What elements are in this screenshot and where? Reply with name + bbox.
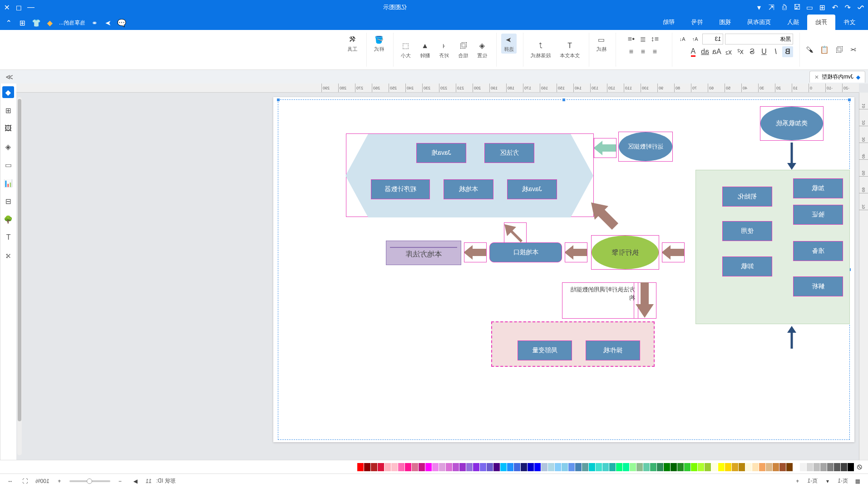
swatch[interactable] bbox=[657, 463, 663, 471]
sel-handle-n[interactable] bbox=[562, 98, 566, 102]
redo-icon[interactable]: ↷ bbox=[832, 4, 839, 11]
side-image-icon[interactable]: 🖼 bbox=[3, 123, 15, 134]
zoom-knob[interactable] bbox=[87, 478, 92, 484]
add-page-icon[interactable]: + bbox=[792, 476, 803, 487]
swatch[interactable] bbox=[453, 463, 459, 471]
swatch[interactable] bbox=[378, 463, 384, 471]
swatch[interactable] bbox=[793, 463, 799, 471]
swatch[interactable] bbox=[405, 463, 411, 471]
side-page-icon[interactable]: ▭ bbox=[3, 159, 15, 171]
tab-view[interactable]: 视图 bbox=[711, 15, 739, 30]
swatch[interactable] bbox=[807, 463, 813, 471]
scrollbar-thumb[interactable] bbox=[18, 99, 21, 421]
arrow-engine-left[interactable] bbox=[662, 242, 685, 262]
swatch[interactable] bbox=[541, 463, 547, 471]
doc-tab[interactable]: ◆ Jvm内存模型 ✕ bbox=[809, 71, 865, 83]
swatch[interactable] bbox=[609, 463, 616, 471]
box-use[interactable]: 使用 bbox=[722, 221, 772, 241]
close-icon[interactable]: ✕ bbox=[4, 4, 11, 11]
swatch[interactable] bbox=[664, 463, 670, 471]
side-shuffle-icon[interactable]: ⤨ bbox=[3, 250, 15, 261]
underline-icon[interactable]: U bbox=[759, 46, 769, 57]
strike-icon[interactable]: S bbox=[747, 46, 758, 57]
box-verify[interactable]: 验证 bbox=[793, 205, 843, 225]
lineheight-icon[interactable]: ≡↕ bbox=[650, 34, 661, 44]
canvas[interactable]: 类加载系统 加载 验证 准备 解析 初始化 使用 卸载 bbox=[16, 93, 859, 460]
fit-icon[interactable]: ⛶ bbox=[20, 476, 31, 487]
scrollbar-vertical[interactable] bbox=[17, 97, 22, 455]
side-table-icon[interactable]: ⊟ bbox=[3, 195, 15, 207]
tab-help[interactable]: 帮助 bbox=[655, 15, 683, 30]
align-right-icon[interactable]: ≡ bbox=[626, 46, 637, 57]
swatch[interactable] bbox=[752, 463, 759, 471]
swatch[interactable] bbox=[732, 463, 738, 471]
swatch[interactable] bbox=[528, 463, 534, 471]
swatch[interactable] bbox=[636, 463, 643, 471]
swatch[interactable] bbox=[759, 463, 765, 471]
new-icon[interactable]: ⊞ bbox=[819, 4, 826, 11]
swatch[interactable] bbox=[419, 463, 425, 471]
swatch[interactable] bbox=[725, 463, 731, 471]
swatch[interactable] bbox=[691, 463, 697, 471]
swatch[interactable] bbox=[439, 463, 445, 471]
swatch[interactable] bbox=[500, 463, 507, 471]
page-dropdown-icon[interactable]: ▾ bbox=[822, 476, 833, 487]
comment-icon[interactable]: 💬 bbox=[117, 18, 126, 27]
swatch[interactable] bbox=[555, 463, 561, 471]
side-tree-icon[interactable]: 🌳 bbox=[3, 213, 15, 225]
align-left-icon[interactable]: ≡ bbox=[650, 46, 661, 57]
fullwidth-icon[interactable]: ↔ bbox=[5, 476, 15, 487]
swatch[interactable] bbox=[711, 463, 718, 471]
inc-font-icon[interactable]: A↑ bbox=[690, 34, 700, 44]
swatch[interactable] bbox=[630, 463, 636, 471]
swatch[interactable] bbox=[766, 463, 772, 471]
box-native-iface[interactable]: 本地接口 bbox=[489, 242, 562, 262]
swatch[interactable] bbox=[514, 463, 520, 471]
shape-runtime[interactable]: 运行时数据区 bbox=[618, 132, 673, 162]
align-button[interactable]: ⫞对齐 bbox=[436, 40, 452, 60]
arrow-engine-right[interactable] bbox=[464, 242, 487, 262]
connector-button[interactable]: ⤴段落格式 bbox=[528, 40, 553, 60]
swatch[interactable] bbox=[800, 463, 806, 471]
zoom-slider[interactable] bbox=[69, 480, 110, 482]
format-button[interactable]: ▭格式 bbox=[594, 34, 609, 54]
box-load[interactable]: 加载 bbox=[793, 178, 843, 198]
arrow-green-up[interactable] bbox=[783, 326, 801, 349]
shape-loader[interactable]: 类加载系统 bbox=[760, 106, 824, 141]
swatch[interactable] bbox=[548, 463, 554, 471]
arrow-diag-1[interactable] bbox=[587, 201, 623, 232]
swatch[interactable] bbox=[534, 463, 541, 471]
tab-insert[interactable]: 插入 bbox=[779, 15, 807, 30]
box-pc[interactable]: 程序计数器 bbox=[371, 179, 430, 199]
side-shape-icon[interactable]: ◆ bbox=[3, 86, 15, 98]
swatch[interactable] bbox=[814, 463, 820, 471]
swatch[interactable] bbox=[385, 463, 391, 471]
swatch[interactable] bbox=[643, 463, 650, 471]
swatch[interactable] bbox=[705, 463, 711, 471]
close-tab-icon[interactable]: ✕ bbox=[814, 74, 819, 80]
maximize-icon[interactable]: ◻ bbox=[15, 4, 23, 11]
diamond-icon[interactable]: ◆ bbox=[45, 18, 54, 27]
hex-container[interactable]: 方法区 Java堆 Java栈 本地栈 程序计数器 bbox=[346, 133, 594, 217]
page[interactable]: 类加载系统 加载 验证 准备 解析 初始化 使用 卸载 bbox=[273, 97, 854, 442]
dropdown-icon[interactable]: ▾ bbox=[755, 4, 763, 11]
box-native-lib[interactable]: 本地方法库 bbox=[386, 241, 461, 265]
select-button[interactable]: ➤选择 bbox=[501, 34, 517, 54]
play-icon[interactable]: ▶ bbox=[130, 476, 141, 487]
swatch[interactable] bbox=[466, 463, 473, 471]
swatch[interactable] bbox=[391, 463, 398, 471]
swatch[interactable] bbox=[718, 463, 725, 471]
swatch[interactable] bbox=[371, 463, 377, 471]
undo-icon[interactable]: ↶ bbox=[844, 4, 852, 11]
tab-layout[interactable]: 页面布局 bbox=[739, 15, 779, 30]
swatch[interactable] bbox=[589, 463, 595, 471]
expand-icon[interactable]: ≫ bbox=[3, 73, 16, 81]
copy-icon[interactable]: ⿻ bbox=[833, 44, 844, 55]
combine-button[interactable]: ⿻组合 bbox=[455, 40, 471, 60]
fontcolor-icon[interactable]: A bbox=[688, 46, 699, 57]
style-button[interactable]: 🪣样式 bbox=[371, 34, 387, 54]
palette-nofill-icon[interactable]: ⊘ bbox=[854, 462, 865, 473]
shirt-icon[interactable]: 👕 bbox=[32, 18, 41, 27]
flip-button[interactable]: ▲翻转 bbox=[417, 40, 433, 60]
tools-button[interactable]: 🛠工具 bbox=[345, 34, 360, 54]
